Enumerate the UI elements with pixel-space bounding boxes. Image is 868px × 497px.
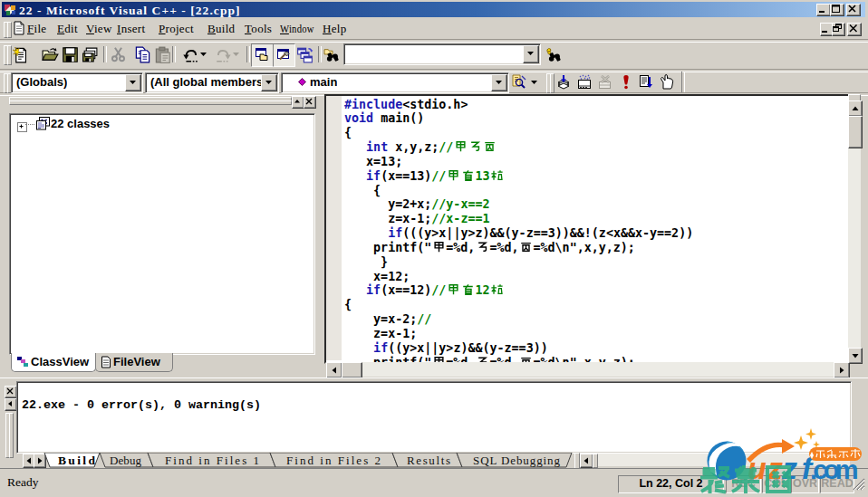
svg-text:SQL Debugging: SQL Debugging bbox=[473, 454, 561, 467]
svg-text:Debug: Debug bbox=[110, 454, 142, 467]
svg-text:Build: Build bbox=[58, 454, 95, 467]
svg-text:Find in Files 2: Find in Files 2 bbox=[286, 454, 381, 467]
svg-text:Results: Results bbox=[407, 454, 450, 467]
svg-text:Find in Files 1: Find in Files 1 bbox=[165, 454, 259, 467]
